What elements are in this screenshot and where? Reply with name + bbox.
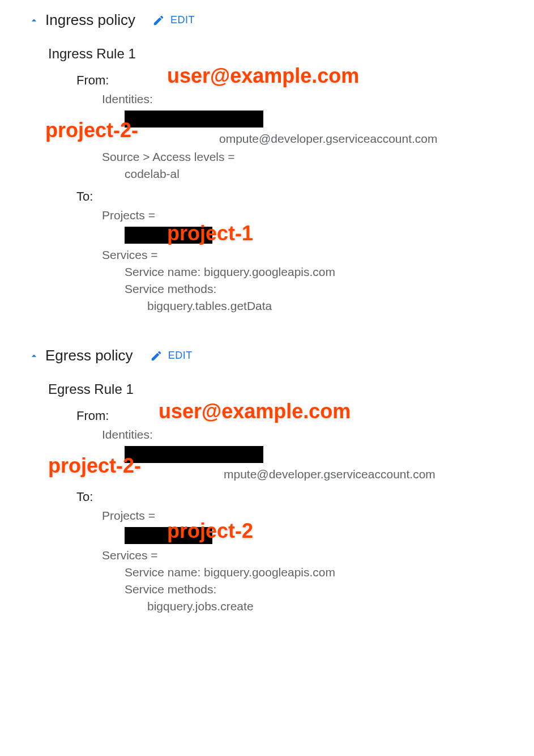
sa-suffix: mpute@developer.gserviceaccount.com <box>224 468 435 481</box>
ingress-header: Ingress policy EDIT <box>0 11 534 29</box>
egress-rule-title: Egress Rule 1 <box>48 381 534 397</box>
from-label: From: <box>48 73 534 88</box>
redacted-project-row <box>48 227 534 244</box>
service-method: bigquery.tables.getData <box>48 299 534 313</box>
redacted-block <box>125 446 263 463</box>
ingress-rule-title: Ingress Rule 1 <box>48 46 534 62</box>
identities-label: Identities: <box>48 428 534 441</box>
from-label: From: <box>48 409 534 423</box>
edit-label: EDIT <box>168 350 193 362</box>
redacted-identity-row <box>48 111 534 128</box>
chevron-up-icon[interactable] <box>28 15 40 26</box>
services-label: Services = <box>48 549 534 562</box>
service-methods-label: Service methods: <box>48 282 534 296</box>
chevron-up-icon[interactable] <box>28 350 40 362</box>
redacted-project-row <box>48 527 534 544</box>
services-label: Services = <box>48 248 534 262</box>
service-name: Service name: bigquery.googleapis.com <box>48 265 534 279</box>
egress-edit-button[interactable]: EDIT <box>150 350 193 362</box>
ingress-rule-block: Ingress Rule 1 From: user@example.com Id… <box>0 46 534 313</box>
egress-policy-section: Egress policy EDIT Egress Rule 1 From: u… <box>0 347 534 613</box>
ingress-title: Ingress policy <box>45 11 135 29</box>
egress-title: Egress policy <box>45 347 133 364</box>
to-label: To: <box>48 189 534 204</box>
egress-header: Egress policy EDIT <box>0 347 534 364</box>
access-level-value: codelab-al <box>48 167 534 181</box>
identities-label: Identities: <box>48 92 534 106</box>
sa-suffix: ompute@developer.gserviceaccount.com <box>219 132 438 146</box>
ingress-policy-section: Ingress policy EDIT Ingress Rule 1 From:… <box>0 11 534 313</box>
pencil-icon <box>152 14 165 27</box>
ingress-edit-button[interactable]: EDIT <box>152 14 195 27</box>
redacted-block <box>125 111 263 128</box>
service-account-row: ompute@developer.gserviceaccount.com <box>48 132 534 146</box>
redacted-identity-row <box>48 446 534 463</box>
redacted-block <box>125 527 212 544</box>
to-label: To: <box>48 490 534 504</box>
projects-label: Projects = <box>48 209 534 222</box>
pencil-icon <box>150 350 163 362</box>
projects-label: Projects = <box>48 509 534 523</box>
edit-label: EDIT <box>170 14 195 26</box>
redacted-block <box>125 227 212 244</box>
egress-rule-block: Egress Rule 1 From: user@example.com Ide… <box>0 381 534 613</box>
service-account-row: mpute@developer.gserviceaccount.com <box>48 468 534 481</box>
service-methods-label: Service methods: <box>48 583 534 596</box>
service-name: Service name: bigquery.googleapis.com <box>48 566 534 579</box>
service-method: bigquery.jobs.create <box>48 600 534 613</box>
source-levels-label: Source > Access levels = <box>48 150 534 164</box>
